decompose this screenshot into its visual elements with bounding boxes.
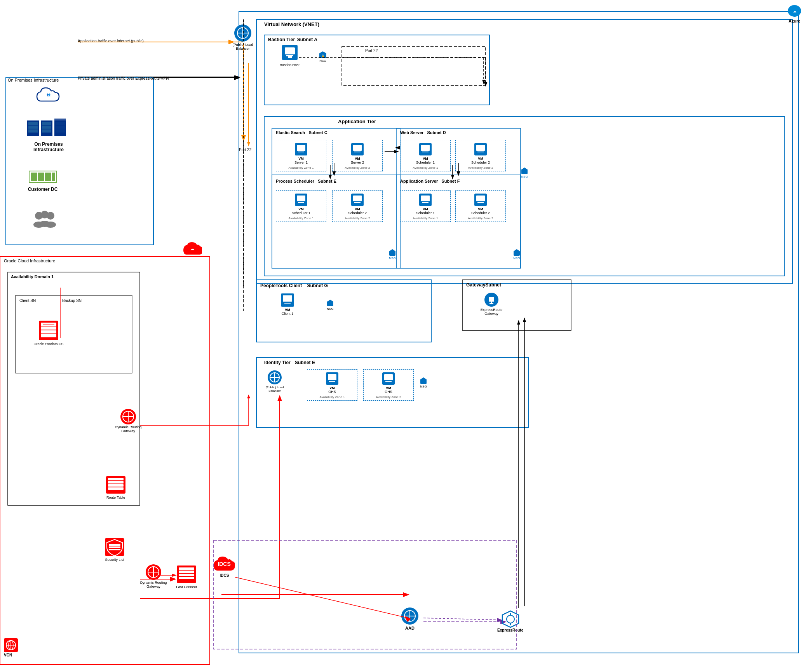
svg-rect-140 [179,571,194,573]
oci-cloud-icon-top: ☁ [183,241,202,257]
svg-rect-99 [31,173,37,181]
azure-label: ☁ Azure [787,3,802,23]
nsg-icon-app2 [388,249,396,257]
port22-label: Port 22 [365,49,378,53]
oci-label: Oracle Cloud Infrastructure [4,258,55,263]
vm-icon-server2 [350,142,365,157]
vm-label-server1: VM [298,157,304,161]
backup-sn-label: Backup SN [62,298,82,303]
identity-lb-icon [267,369,283,386]
svg-rect-133 [109,549,120,550]
svg-rect-86 [28,122,38,125]
az2-sched2-web: Availability Zone 2 [457,166,504,169]
svg-rect-79 [329,381,335,382]
svg-rect-59 [422,202,429,203]
aad-icon-svg [400,606,420,626]
vnet-label: Virtual Network (VNET) [264,21,319,27]
expressroute-icon: ExpressRoute [497,610,523,632]
svg-rect-0 [239,12,798,653]
nsg-icon-app [521,167,528,175]
on-premises-cloud: 👥 [35,86,62,107]
detail-arrows [0,0,810,672]
expressroute-gateway-icon [483,291,500,308]
oci-cloud-icon: ☁ [183,241,202,257]
vm-icon-sched2-web [473,142,488,157]
vm-icon-sched1-app [418,192,433,207]
svg-rect-43 [353,145,362,151]
vm-icon-server1 [294,142,308,157]
bastion-host-container: Bastion Host [280,43,300,67]
identity-lb: (Public) Load Balancer [261,369,288,393]
vm-ohs1-box: VM OHS Availability Zone 1 [307,369,357,401]
svg-rect-12 [0,257,210,665]
users-group-icon [31,210,58,229]
public-traffic-label: Application traffic over internet (publi… [78,39,144,43]
drg-icon-top [120,408,137,425]
server2-label: Server 2 [351,161,364,164]
peopletools-nsg: NSG [326,299,334,311]
svg-rect-83 [420,379,427,384]
vcn-network-icon [3,637,19,653]
idcs-icon: IDCS IDCS [212,552,237,578]
svg-rect-68 [284,303,291,304]
svg-rect-82 [385,381,392,382]
svg-rect-40 [297,145,305,151]
nsg-icon-bastion: 🔒 [319,51,327,59]
vm-icon-bastion [280,43,300,62]
app-tier-label: Application Tier [338,119,376,124]
vm-ohs1: VM OHS [309,371,355,394]
public-lb-icon [233,23,253,43]
svg-marker-170 [247,394,250,398]
az1-sched1-web: Availability Zone 1 [402,166,449,169]
svg-line-171 [235,577,408,618]
cloud-icon-onprem: 👥 [35,86,62,107]
vm-server1-box: VM Server 1 Availability Zone 1 [276,140,326,171]
svg-rect-61 [476,195,485,201]
svg-rect-114 [41,334,56,337]
az2-server2: Availability Zone 2 [334,166,381,169]
svg-rect-71 [489,297,494,302]
svg-rect-132 [109,546,120,548]
svg-rect-69 [327,301,333,306]
on-premises-label: On Premises Infrastructure [8,78,59,82]
vm-icon-sched1-proc [294,192,308,207]
svg-rect-81 [384,374,393,380]
bastion-host-label: Bastion Host [280,63,300,67]
svg-rect-47 [422,152,429,152]
svg-rect-126 [108,478,124,480]
svg-rect-141 [179,574,194,576]
vm-icon-ohs2 [381,371,396,386]
server1-label: Server 1 [294,161,308,164]
vm-sched2-process: VM Scheduler 2 [334,192,381,215]
vm-sched2-appserver: VM Scheduler 2 [457,192,504,215]
svg-rect-50 [477,152,484,152]
app-tier-nsg: NSG [521,167,528,178]
route-table-icon [104,474,127,496]
svg-text:IDCS: IDCS [218,561,230,567]
private-admin-label: Private administration traffic over Expr… [78,76,169,80]
svg-rect-56 [354,202,361,203]
vm-sched1-process-box: VM Scheduler 1 Availability Zone 1 [276,190,326,222]
vm-ohs2: VM OHS [365,371,412,394]
port22-side-label: Port 22 [239,148,251,152]
svg-rect-97 [54,119,66,134]
vm-icon-sched1-web [418,142,433,157]
expressroute-icon-svg [502,610,519,628]
aad-icon: AAD [400,606,420,630]
svg-rect-35 [286,55,293,56]
nsg-icon-peopletools [326,299,334,307]
svg-rect-19 [342,47,486,86]
vm-sched1-webserver: VM Scheduler 1 [402,142,449,164]
idcs-cloud-icon: IDCS [212,552,237,573]
azure-cloud-icon: ☁ [787,3,802,19]
svg-rect-129 [108,487,124,490]
svg-marker-166 [247,142,250,147]
svg-rect-128 [108,484,124,487]
svg-text:🔒: 🔒 [321,54,325,58]
elastic-search-label: Elastic Search Subnet C [276,130,327,135]
vm-sched2-web-vmlabel: VM [478,157,483,161]
vm-sched1-appserver-box: VM Scheduler 1 Availability Zone 1 [400,190,451,222]
oracle-exadata: Oracle Exadata CS [31,319,66,346]
vm-icon-client1 [280,292,295,308]
vm-ohs2-box: VM OHS Availability Zone 2 [363,369,414,401]
